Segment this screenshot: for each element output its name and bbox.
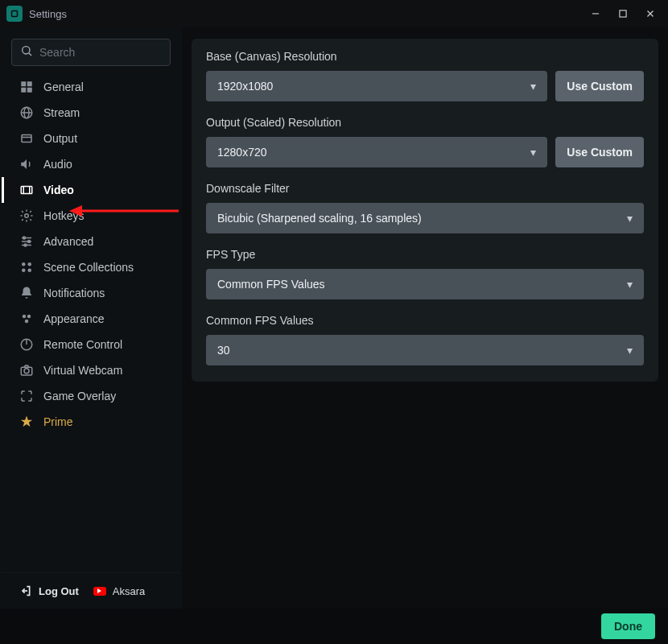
maximize-button[interactable] bbox=[612, 2, 634, 25]
appearance-icon bbox=[19, 312, 34, 326]
sidebar-item-output[interactable]: Output bbox=[2, 126, 180, 151]
base-resolution-select[interactable]: 1920x1080 ▾ bbox=[206, 71, 547, 101]
sidebar-item-label: Advanced bbox=[43, 235, 93, 248]
svg-point-5 bbox=[23, 47, 30, 54]
svg-point-26 bbox=[22, 262, 26, 266]
minimize-button[interactable] bbox=[584, 2, 607, 25]
chevron-down-icon: ▾ bbox=[627, 278, 633, 291]
camera-icon bbox=[19, 363, 34, 378]
sidebar-item-label: Stream bbox=[43, 106, 80, 119]
svg-point-19 bbox=[25, 214, 29, 218]
svg-point-23 bbox=[23, 237, 26, 239]
svg-rect-16 bbox=[21, 187, 32, 194]
sidebar-item-video[interactable]: Video bbox=[2, 177, 180, 203]
sidebar-item-virtual-webcam[interactable]: Virtual Webcam bbox=[2, 357, 180, 383]
logout-icon bbox=[19, 584, 32, 597]
output-resolution-select[interactable]: 1280x720 ▾ bbox=[206, 137, 547, 167]
sidebar-item-label: Remote Control bbox=[43, 338, 122, 351]
common-fps-value: 30 bbox=[217, 344, 230, 357]
window-title: Settings bbox=[29, 8, 67, 20]
base-use-custom-button[interactable]: Use Custom bbox=[555, 71, 644, 101]
video-icon bbox=[19, 183, 34, 197]
svg-point-25 bbox=[24, 244, 27, 246]
chevron-down-icon: ▾ bbox=[627, 344, 633, 357]
sidebar-item-game-overlay[interactable]: Game Overlay bbox=[2, 383, 180, 409]
logout-button[interactable]: Log Out bbox=[19, 584, 79, 597]
collection-icon bbox=[19, 260, 34, 275]
sidebar-item-hotkeys[interactable]: Hotkeys bbox=[2, 203, 180, 229]
svg-point-24 bbox=[28, 241, 31, 243]
globe-icon bbox=[19, 105, 34, 120]
sidebar-item-stream[interactable]: Stream bbox=[2, 100, 180, 126]
base-resolution-value: 1920x1080 bbox=[217, 80, 273, 93]
sidebar-item-label: Audio bbox=[43, 158, 72, 171]
sidebar-item-prime[interactable]: Prime bbox=[2, 409, 180, 435]
sidebar-item-appearance[interactable]: Appearance bbox=[2, 306, 180, 332]
sidebar-item-scene-collections[interactable]: Scene Collections bbox=[2, 254, 180, 280]
chevron-down-icon: ▾ bbox=[530, 146, 536, 159]
audio-icon bbox=[19, 157, 34, 171]
search-input-wrap[interactable] bbox=[11, 39, 171, 66]
fps-type-label: FPS Type bbox=[206, 248, 644, 261]
output-icon bbox=[19, 131, 34, 146]
chevron-down-icon: ▾ bbox=[627, 212, 633, 225]
sidebar-item-label: Hotkeys bbox=[43, 209, 85, 222]
svg-rect-9 bbox=[21, 88, 26, 93]
base-resolution-label: Base (Canvas) Resolution bbox=[206, 50, 644, 63]
app-icon bbox=[6, 6, 23, 22]
chevron-down-icon: ▾ bbox=[530, 80, 536, 93]
star-icon bbox=[19, 415, 34, 429]
logout-label: Log Out bbox=[39, 585, 79, 597]
svg-line-6 bbox=[29, 53, 31, 56]
sidebar-item-audio[interactable]: Audio bbox=[2, 151, 180, 177]
sidebar: General Stream Output Audio Video bbox=[0, 27, 182, 609]
sidebar-item-remote-control[interactable]: Remote Control bbox=[2, 332, 180, 357]
fps-type-select[interactable]: Common FPS Values ▾ bbox=[206, 269, 644, 299]
svg-point-28 bbox=[22, 269, 26, 273]
power-icon bbox=[19, 337, 34, 352]
common-fps-select[interactable]: 30 ▾ bbox=[206, 335, 644, 365]
svg-rect-7 bbox=[21, 81, 26, 86]
done-button[interactable]: Done bbox=[601, 613, 655, 639]
svg-rect-10 bbox=[27, 88, 32, 93]
sidebar-item-label: Game Overlay bbox=[43, 390, 116, 402]
sidebar-item-label: Appearance bbox=[43, 312, 105, 325]
svg-point-32 bbox=[25, 320, 29, 324]
sidebar-item-label: General bbox=[43, 80, 84, 93]
bell-icon bbox=[19, 286, 34, 300]
search-input[interactable] bbox=[39, 46, 180, 59]
output-resolution-value: 1280x720 bbox=[217, 146, 267, 159]
sidebar-item-notifications[interactable]: Notifications bbox=[2, 280, 180, 306]
gear-icon bbox=[19, 208, 34, 223]
grid-icon bbox=[19, 80, 34, 94]
user-info[interactable]: Aksara bbox=[93, 585, 145, 597]
video-settings-panel: Base (Canvas) Resolution 1920x1080 ▾ Use… bbox=[192, 39, 658, 382]
svg-rect-0 bbox=[12, 11, 18, 17]
sidebar-item-general[interactable]: General bbox=[2, 74, 180, 100]
expand-icon bbox=[19, 389, 34, 403]
svg-point-29 bbox=[28, 269, 32, 273]
titlebar: Settings bbox=[0, 0, 668, 27]
sidebar-item-label: Virtual Webcam bbox=[43, 364, 122, 377]
close-button[interactable] bbox=[639, 2, 662, 25]
sidebar-item-advanced[interactable]: Advanced bbox=[2, 229, 180, 254]
svg-point-27 bbox=[28, 262, 32, 266]
sliders-icon bbox=[19, 234, 34, 249]
output-use-custom-button[interactable]: Use Custom bbox=[555, 137, 644, 167]
output-resolution-label: Output (Scaled) Resolution bbox=[206, 116, 644, 129]
search-icon bbox=[20, 44, 33, 60]
common-fps-label: Common FPS Values bbox=[206, 314, 644, 327]
svg-rect-14 bbox=[22, 135, 31, 142]
sidebar-item-label: Scene Collections bbox=[43, 261, 134, 274]
svg-rect-2 bbox=[620, 10, 626, 17]
downscale-filter-label: Downscale Filter bbox=[206, 182, 644, 195]
nav-list: General Stream Output Audio Video bbox=[2, 74, 180, 572]
downscale-filter-value: Bicubic (Sharpened scaling, 16 samples) bbox=[217, 212, 422, 225]
username-label: Aksara bbox=[113, 585, 145, 597]
sidebar-item-label: Output bbox=[43, 132, 77, 145]
youtube-icon bbox=[93, 587, 106, 596]
downscale-filter-select[interactable]: Bicubic (Sharpened scaling, 16 samples) … bbox=[206, 203, 644, 233]
svg-rect-8 bbox=[27, 81, 32, 86]
sidebar-item-label: Prime bbox=[43, 415, 73, 428]
svg-point-31 bbox=[27, 315, 31, 319]
